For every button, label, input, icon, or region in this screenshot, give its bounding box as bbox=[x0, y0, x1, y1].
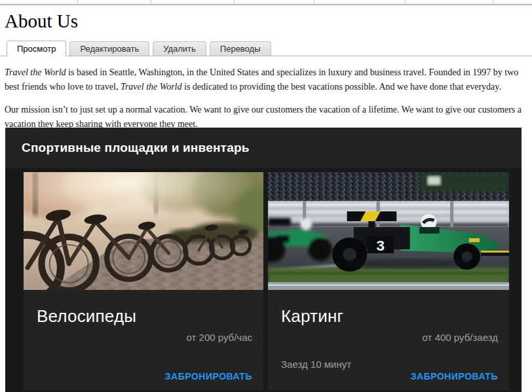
menu-separator bbox=[314, 0, 314, 5]
booking-cards: Велосипеды от 200 руб/час ЗАБРОНИРОВАТЬ bbox=[5, 168, 522, 390]
tab-delete-label: Удалить bbox=[163, 44, 196, 54]
menu-separator bbox=[77, 0, 78, 5]
card-bicycles: Велосипеды от 200 руб/час ЗАБРОНИРОВАТЬ bbox=[24, 172, 263, 390]
bicycles-photo bbox=[24, 172, 263, 290]
card-karting-title: Картинг bbox=[281, 306, 498, 327]
booking-section-header: Спортивные площадки и инвентарь bbox=[5, 128, 522, 168]
card-bicycles-book-button[interactable]: ЗАБРОНИРОВАТЬ bbox=[165, 371, 252, 382]
menu-separator bbox=[493, 0, 493, 5]
card-bicycles-price: от 200 руб/час bbox=[37, 332, 252, 343]
booking-section: Спортивные площадки и инвентарь bbox=[5, 128, 522, 392]
booking-section-title: Спортивные площадки и инвентарь bbox=[22, 141, 250, 155]
intro-text: Travel the World is based in Seattle, Wa… bbox=[0, 56, 532, 132]
card-karting-book-button[interactable]: ЗАБРОНИРОВАТЬ bbox=[411, 371, 498, 382]
page: About Us Просмотр Редактировать Удалить … bbox=[0, 0, 532, 392]
intro-paragraph-1: Travel the World is based in Seattle, Wa… bbox=[5, 65, 527, 94]
card-karting-body: Картинг от 400 руб/заезд Заезд 10 минут … bbox=[268, 290, 509, 390]
svg-text:3: 3 bbox=[376, 238, 385, 254]
tab-delete[interactable]: Удалить bbox=[153, 41, 206, 56]
intro-p1-seg1: Travel the World bbox=[5, 67, 66, 77]
card-karting: 3 Картинг от 400 руб/заезд Заезд 10 м bbox=[268, 172, 509, 390]
card-karting-price: от 400 руб/заезд bbox=[281, 332, 498, 343]
top-menu-bar[interactable] bbox=[0, 0, 532, 5]
tab-edit[interactable]: Редактировать bbox=[69, 41, 149, 56]
page-title: About Us bbox=[5, 11, 532, 32]
menu-separator bbox=[405, 0, 406, 5]
tab-edit-label: Редактировать bbox=[80, 44, 139, 54]
menu-separator bbox=[234, 0, 235, 5]
card-bicycles-body: Велосипеды от 200 руб/час ЗАБРОНИРОВАТЬ bbox=[24, 290, 263, 390]
intro-p1-seg4: is dedicated to providing the best vacat… bbox=[182, 82, 501, 92]
card-karting-note: Заезд 10 минут bbox=[281, 359, 498, 370]
tab-translations-label: Переводы bbox=[220, 44, 261, 54]
tab-view[interactable]: Просмотр bbox=[7, 41, 66, 56]
karting-photo: 3 bbox=[268, 172, 509, 290]
node-tabs: Просмотр Редактировать Удалить Переводы bbox=[0, 41, 532, 56]
menu-separator bbox=[151, 0, 151, 5]
card-bicycles-title: Велосипеды bbox=[37, 306, 252, 327]
tab-view-label: Просмотр bbox=[17, 44, 56, 54]
tab-translations[interactable]: Переводы bbox=[210, 41, 271, 56]
intro-p1-seg3: Travel the World bbox=[121, 82, 182, 92]
